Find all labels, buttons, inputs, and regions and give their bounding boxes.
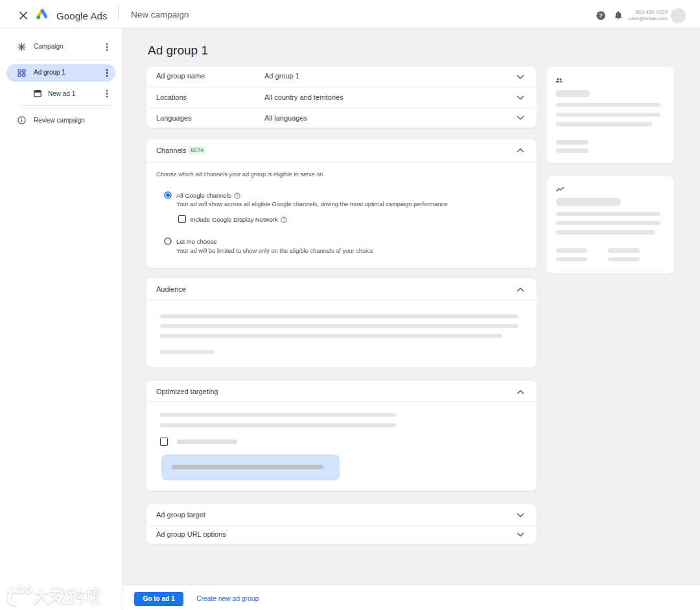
svg-text:?: ? [599,12,603,19]
svg-text:?: ? [236,193,239,198]
svg-text:?: ? [283,217,285,222]
